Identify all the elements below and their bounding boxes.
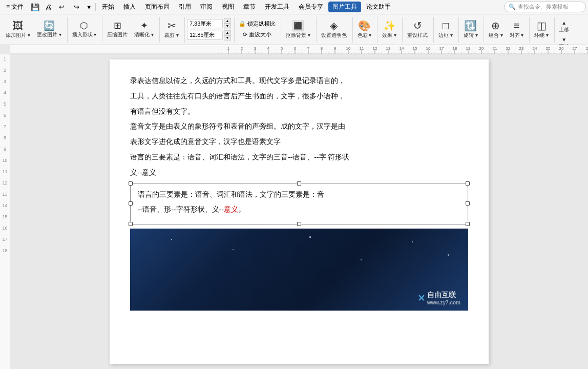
toolbar-group-wrap: ◫ 环绕 ▾ (532, 17, 555, 43)
menu-start[interactable]: 开始 (98, 2, 118, 12)
menu-view[interactable]: 视图 (218, 2, 238, 12)
handle-bot-right[interactable] (466, 222, 470, 226)
move-up-button[interactable]: ▲ 上移 (557, 19, 571, 34)
menu-ref[interactable]: 引用 (175, 2, 195, 12)
height-up[interactable]: ▲ (224, 30, 231, 35)
add-image-icon: 🖼 (13, 20, 23, 31)
svg-text:4: 4 (267, 46, 270, 51)
handle-top-mid[interactable] (297, 181, 301, 186)
handle-top-right[interactable] (466, 181, 470, 186)
crop-icon: ✂ (167, 20, 176, 31)
svg-text:14: 14 (400, 46, 404, 51)
handle-bot-mid[interactable] (297, 222, 301, 226)
add-image-button[interactable]: 🖼 添加图片 ▾ (3, 19, 33, 40)
toolbar-group-color: 🎨 色彩 ▾ (355, 17, 378, 43)
paragraph-5: 表形文字进化成的意音文字，汉字也是语素文字 (130, 136, 468, 148)
vruler-1: 1 (4, 56, 6, 61)
height-spin[interactable]: ▲ ▼ (224, 30, 231, 41)
insert-shape-label: 插入形状 ▾ (72, 31, 97, 38)
menu-dropdown[interactable]: ▼ (85, 3, 93, 11)
width-down[interactable]: ▼ (224, 24, 231, 29)
width-input[interactable] (187, 19, 223, 28)
wrap-button[interactable]: ◫ 环绕 ▾ (532, 19, 551, 40)
toolbar-group-layer: ▲ 上移 ▼ 下移 (557, 17, 574, 43)
watermark-main-text: 自由互联 (427, 291, 460, 300)
menu-chapter[interactable]: 章节 (239, 2, 260, 12)
menu-undo[interactable]: ↩ (55, 2, 69, 12)
reset-style-button[interactable]: ↺ 重设样式 (405, 19, 430, 40)
remove-bg-icon: 🔳 (291, 20, 304, 31)
watermark-x-symbol: ✕ (417, 293, 425, 304)
width-up[interactable]: ▲ (224, 18, 231, 24)
reset-size-button[interactable]: ⟳ 重设大小 (241, 30, 274, 39)
svg-text:20: 20 (479, 46, 484, 51)
crop-button[interactable]: ✂ 裁剪 ▾ (162, 19, 181, 40)
toolbar-group-image: 🖼 添加图片 ▾ 🔄 更改图片 ▾ (3, 17, 68, 43)
handle-mid-left[interactable] (129, 201, 133, 206)
sharpen-button[interactable]: ✦ 清晰化 ▾ (132, 19, 156, 40)
move-down-button[interactable]: ▼ 下移 (557, 36, 571, 46)
lock-ratio-button[interactable]: 🔒 锁定纵横比 (237, 19, 278, 29)
group-button[interactable]: ⊕ 组合 ▾ (486, 19, 506, 40)
handle-mid-right[interactable] (466, 201, 470, 206)
rotate-button[interactable]: 🔃 旋转 ▾ (461, 19, 480, 40)
ruler-corner (0, 45, 10, 54)
menu-dev[interactable]: 开发工具 (261, 2, 293, 12)
menu-redo[interactable]: ↪ (70, 2, 83, 12)
watermark-url: www.zy7.com (427, 300, 460, 305)
compress-button[interactable]: ⊞ 压缩图片 (104, 19, 130, 40)
align-button[interactable]: ≡ 对齐 ▾ (507, 19, 527, 40)
star-1 (171, 239, 172, 240)
vruler-11: 11 (2, 169, 7, 174)
paragraph-2: 工具，人类往往先有口头的语言后产生书面的，文字，很多小语种， (130, 90, 468, 102)
remove-bg-button[interactable]: 🔳 抠除背景 ▾ (283, 19, 313, 40)
reset-icon: ⟳ (243, 31, 247, 38)
svg-text:19: 19 (466, 46, 471, 51)
size-row-2: ▲ ▼ (187, 30, 231, 41)
width-spin[interactable]: ▲ ▼ (224, 18, 231, 29)
vruler-9: 9 (4, 147, 6, 152)
vruler-6: 6 (4, 113, 6, 118)
menu-vip[interactable]: 会员专享 (295, 2, 327, 12)
text-box[interactable]: 语言的三要素是：语音、词汇和语法，文字的三要素是：音 --语音、形--字符形状、… (130, 183, 468, 225)
toolbar-group-group: ⊕ 组合 ▾ ≡ 对齐 ▾ (486, 17, 530, 43)
color-label: 色彩 ▾ (358, 32, 372, 39)
star-5 (412, 241, 413, 242)
menu-review[interactable]: 审阅 (196, 2, 217, 12)
highlight-text: 意义 (224, 206, 238, 213)
menu-paper[interactable]: 论文助手 (362, 2, 395, 12)
border-button[interactable]: □ 边框 ▾ (436, 19, 455, 40)
menu-icon-save[interactable]: 💾 (29, 2, 41, 12)
change-image-button[interactable]: 🔄 更改图片 ▾ (34, 19, 64, 40)
menu-icon-print[interactable]: 🖨 (43, 2, 54, 12)
handle-bot-left[interactable] (129, 222, 133, 226)
paragraph-4: 意音文字是由表义的象形符号和表音的声旁组。成的文字，汉字是由 (130, 120, 468, 133)
svg-text:1: 1 (227, 46, 230, 51)
transparent-button[interactable]: ◈ 设置透明色 (319, 19, 349, 40)
watermark-text-group: 自由互联 www.zy7.com (427, 291, 460, 305)
menu-separator-1 (95, 3, 96, 11)
vruler-7: 7 (4, 124, 6, 129)
color-icon: 🎨 (358, 20, 371, 31)
remove-bg-label: 抠除背景 ▾ (286, 32, 310, 39)
search-box[interactable]: 🔍 查找命令、搜索模板 (504, 2, 586, 12)
height-input[interactable] (187, 31, 223, 40)
vruler-10: 10 (2, 158, 7, 163)
insert-shape-icon: ⬡ (80, 21, 88, 30)
effects-button[interactable]: ✨ 效果 ▾ (380, 19, 399, 40)
add-image-label: 添加图片 ▾ (6, 32, 30, 39)
menu-layout[interactable]: 页面布局 (141, 2, 174, 12)
color-button[interactable]: 🎨 色彩 ▾ (355, 19, 374, 40)
insert-shape-button[interactable]: ⬡ 插入形状 ▾ (70, 19, 99, 40)
height-down[interactable]: ▼ (224, 35, 231, 40)
menu-file[interactable]: ≡ 文件 (2, 2, 28, 12)
size-row-1: ▲ ▼ (187, 18, 231, 29)
menu-picture[interactable]: 图片工具 (328, 2, 361, 12)
vruler-17: 17 (2, 237, 7, 242)
handle-top-left[interactable] (129, 181, 133, 186)
svg-text:9: 9 (334, 46, 337, 51)
svg-text:11: 11 (360, 46, 364, 51)
vruler-13: 13 (2, 192, 7, 197)
menu-insert[interactable]: 插入 (119, 2, 140, 12)
svg-text:6: 6 (294, 46, 297, 51)
